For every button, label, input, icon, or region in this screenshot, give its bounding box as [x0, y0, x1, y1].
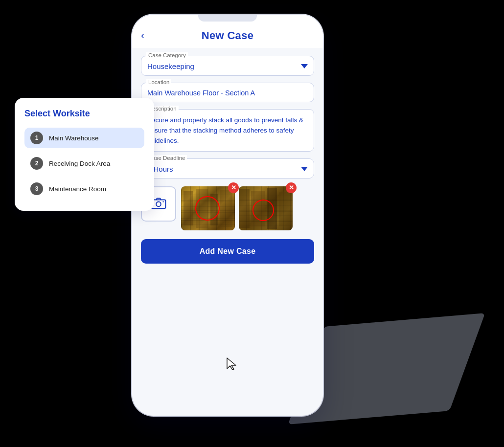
warehouse-image-2	[239, 186, 293, 230]
worksite-num-2: 2	[30, 157, 43, 170]
phone-notch	[198, 15, 257, 22]
location-value: Main Warehouse Floor - Section A	[147, 86, 308, 97]
case-category-group: Case Category Housekeeping	[141, 56, 314, 76]
cursor-arrow	[226, 357, 237, 373]
worksite-item-2[interactable]: 2 Receiving Dock Area	[24, 153, 144, 174]
description-text: Secure and properly stack all goods to p…	[147, 112, 308, 146]
worksite-list: 1 Main Warehouse 2 Receiving Dock Area 3…	[24, 128, 144, 199]
deadline-group: Case Deadline 2 Hours	[141, 158, 314, 179]
photo-2-remove-button[interactable]: ✕	[286, 182, 297, 193]
worksite-name-2: Receiving Dock Area	[49, 160, 110, 167]
scene: Select Worksite 1 Main Warehouse 2 Recei…	[0, 0, 504, 447]
category-label: Case Category	[146, 52, 188, 58]
worksite-name-1: Main Warehouse	[49, 134, 99, 142]
worksite-num-3: 3	[30, 182, 43, 195]
svg-rect-6	[220, 190, 232, 227]
back-button[interactable]: ‹	[141, 30, 144, 41]
worksite-card: Select Worksite 1 Main Warehouse 2 Recei…	[15, 98, 154, 211]
svg-point-2	[162, 201, 163, 202]
svg-rect-10	[239, 189, 250, 228]
photo-thumb-2	[239, 186, 293, 230]
photo-1-remove-button[interactable]: ✕	[228, 182, 239, 193]
svg-rect-11	[251, 191, 265, 226]
photo-row: ✕	[141, 186, 314, 230]
photo-thumb-2-wrap: ✕	[239, 186, 293, 230]
photo-thumb-1-wrap: ✕	[181, 186, 235, 230]
add-new-case-button[interactable]: Add New Case	[141, 239, 314, 264]
worksite-item-1[interactable]: 1 Main Warehouse	[24, 128, 144, 148]
phone: ‹ New Case Case Category Housekeeping Lo…	[132, 15, 323, 416]
description-group: Description Secure and properly stack al…	[141, 109, 314, 152]
svg-point-1	[156, 201, 161, 206]
warehouse-image-1	[181, 186, 235, 230]
chevron-down-icon	[301, 64, 308, 68]
phone-screen: ‹ New Case Case Category Housekeeping Lo…	[132, 22, 323, 416]
deadline-chevron-icon	[301, 167, 308, 171]
location-label: Location	[146, 79, 171, 85]
svg-rect-4	[196, 189, 208, 228]
worksite-name-3: Maintenance Room	[49, 185, 106, 193]
category-value: Housekeeping	[147, 62, 194, 70]
svg-rect-12	[267, 188, 277, 229]
svg-marker-17	[227, 358, 236, 370]
worksite-title: Select Worksite	[24, 109, 144, 119]
deadline-select[interactable]: 2 Hours	[147, 162, 308, 173]
screen-header: ‹ New Case	[132, 22, 323, 48]
category-select[interactable]: Housekeeping	[147, 59, 308, 70]
worksite-num-1: 1	[30, 132, 43, 144]
photo-thumbs: ✕	[181, 186, 293, 230]
screen-content: Case Category Housekeeping Location Main…	[132, 48, 323, 416]
screen-title: New Case	[202, 29, 253, 42]
worksite-item-3[interactable]: 3 Maintenance Room	[24, 179, 144, 199]
photo-thumb-1	[181, 186, 235, 230]
location-group: Location Main Warehouse Floor - Section …	[141, 83, 314, 102]
